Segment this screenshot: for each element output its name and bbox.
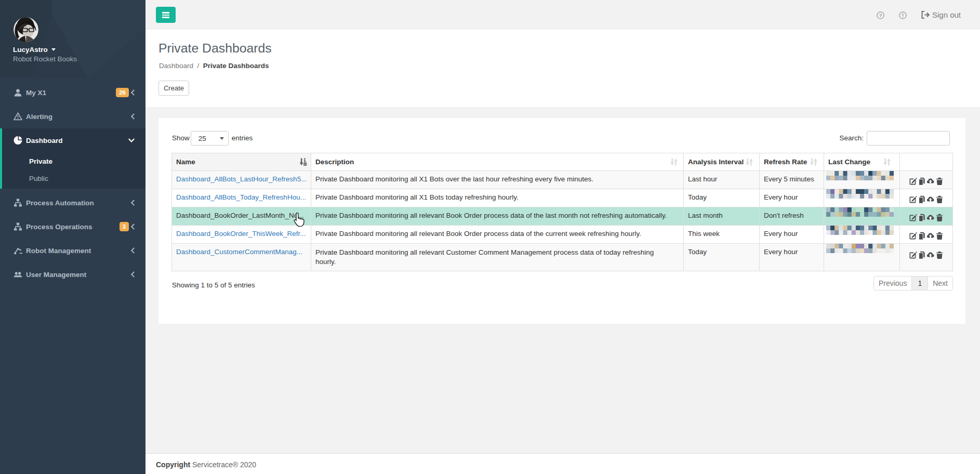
svg-text:?: ?: [879, 13, 882, 18]
